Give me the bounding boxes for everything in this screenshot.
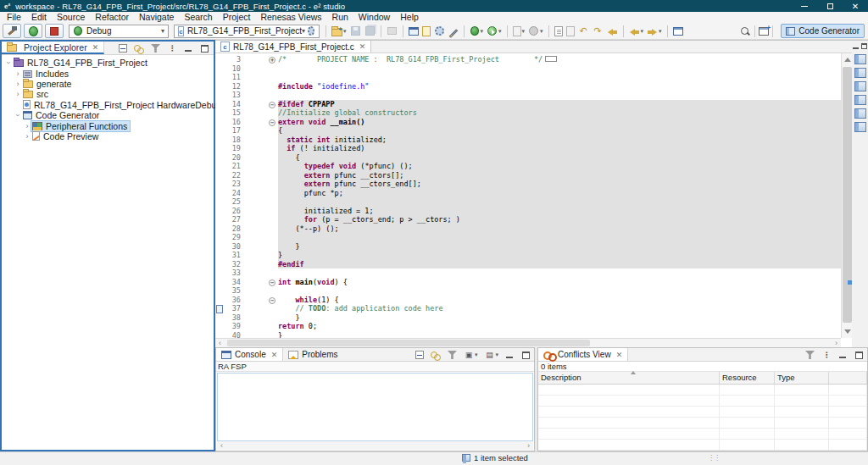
print-button[interactable] [387,25,398,36]
scroll-right-arrow[interactable]: › [527,443,530,449]
close-icon[interactable]: ✕ [359,42,366,51]
table-row[interactable] [538,385,867,396]
code-line[interactable]: 34−int main(void) { [215,278,841,287]
code-line[interactable]: 36− while(1) { [215,296,841,305]
forward-dropdown[interactable]: ▾ [647,25,662,36]
menu-edit[interactable]: Edit [26,12,52,23]
settings-button[interactable] [434,25,445,36]
code-line[interactable]: 37 // TODO: add application code here [215,304,841,313]
menu-project[interactable]: Project [218,12,256,23]
tree-item-code-generator[interactable]: ›Code Generator [2,110,214,120]
back-dropdown[interactable]: ▾ [629,25,644,36]
code-line[interactable]: 21 typedef void (*pfunc) (); [215,162,841,171]
scroll-left-arrow[interactable]: ‹ [219,340,221,346]
expand-arrow-icon[interactable]: › [14,69,22,78]
new-file-button[interactable] [554,26,563,36]
minimized-view-5-icon[interactable] [854,108,866,119]
tree-item-generate[interactable]: ›generate [2,79,214,89]
code-line[interactable]: 16−extern void __main() [215,118,841,127]
save-all-button[interactable] [364,25,376,36]
build-log-button[interactable] [422,26,431,36]
collapse-all-button[interactable] [115,43,127,53]
code-line[interactable]: 14−#ifdef CPPAPP [215,100,841,109]
code-line[interactable]: 20 { [215,153,841,163]
table-row[interactable] [538,407,867,418]
open-perspective-icon[interactable] [759,27,769,36]
table-row[interactable] [538,440,867,451]
expand-arrow-icon[interactable]: › [14,111,22,119]
maximize-button[interactable] [519,351,530,359]
filter-button[interactable] [802,350,815,359]
editor-vertical-scrollbar[interactable] [841,53,852,338]
code-line[interactable]: 22 extern pfunc __ctors[]; [215,171,841,180]
external-tools-dropdown[interactable]: ▾ [528,25,543,36]
view-menu-button[interactable]: ⋮ [818,350,832,360]
expand-arrow-icon[interactable]: › [4,58,13,67]
pin-console-button[interactable] [444,350,457,359]
console-horizontal-scrollbar[interactable]: ‹ › [217,441,533,450]
table-row[interactable] [538,429,867,440]
project-combo[interactable]: c RL78_G14_FPB_First_Project ▾ [174,25,320,38]
debug-button[interactable] [24,24,42,38]
scroll-down-arrow[interactable] [844,329,851,334]
expand-arrow-icon[interactable]: › [23,132,31,141]
code-line[interactable]: 29 [215,233,841,242]
maximize-window-button[interactable] [817,0,843,12]
code-editor[interactable]: 3+/* PROJECT NAME : RL78_G14_FPB_First_P… [215,53,841,338]
minimized-view-4-icon[interactable] [854,95,866,105]
menu-refactor[interactable]: Refactor [90,12,134,23]
tab-conflicts-view[interactable]: Conflicts View ✕ [538,348,628,361]
gear-icon[interactable] [308,26,314,36]
code-line[interactable]: 35 [215,286,841,296]
fold-toggle-icon[interactable]: − [266,278,278,287]
column-header-empty[interactable] [829,372,867,384]
code-line[interactable]: 23 extern pfunc __ctors_end[]; [215,180,841,189]
tree-item-rl78-g14-fpb-first-project-hardwaredebug-launch[interactable]: RL78_G14_FPB_First_Project HardwareDebug… [2,100,214,110]
console-output[interactable] [217,373,533,441]
menu-file[interactable]: File [2,12,26,23]
editor-horizontal-scrollbar[interactable]: ‹ › [215,338,841,347]
tree-item-peripheral-functions[interactable]: ›Peripheral Functions [2,120,214,130]
new-wizard-dropdown[interactable]: ▾ [331,26,347,36]
tab-console[interactable]: Console ✕ [216,348,283,361]
scroll-right-arrow[interactable]: › [835,340,837,346]
tree-item-src[interactable]: ›src [2,89,214,99]
code-line[interactable]: 17{ [215,126,841,136]
close-window-button[interactable]: ✕ [843,0,868,12]
minimize-button[interactable] [835,350,849,360]
show-console-on-output-button[interactable] [412,350,424,359]
code-line[interactable]: 11 [215,73,841,82]
tree-item-rl78-g14-fpb-first-project[interactable]: ›RL78_G14_FPB_First_Project [2,58,214,68]
debug-combo[interactable]: Debug ▾ [69,25,169,38]
run-dropdown[interactable]: ▾ [487,25,502,36]
close-icon[interactable]: ✕ [92,43,99,52]
code-line[interactable]: 25 [215,197,841,207]
maximize-editor-button[interactable] [861,43,867,49]
maximize-button[interactable] [198,44,209,53]
undo-button[interactable]: ↶ [578,25,589,36]
search-icon[interactable] [740,26,751,37]
menu-source[interactable]: Source [52,12,90,23]
tab-source-file[interactable]: c RL78_G14_FPB_First_Project.c ✕ [215,41,371,53]
expand-arrow-icon[interactable]: › [14,90,22,98]
terminate-button[interactable] [45,24,64,38]
minimized-view-3-icon[interactable] [854,81,866,91]
minimize-button[interactable] [181,43,194,53]
scroll-up-arrow[interactable] [844,58,851,62]
close-icon[interactable]: ✕ [616,351,623,359]
minimized-view-1-icon[interactable] [854,54,866,64]
column-header-type[interactable]: Type [775,372,829,384]
show-console-on-error-button[interactable] [427,350,441,360]
expand-arrow-icon[interactable]: › [23,122,31,130]
build-button[interactable] [3,24,21,38]
minimized-view-6-icon[interactable] [854,122,866,132]
table-row[interactable] [538,396,867,407]
menu-help[interactable]: Help [395,12,424,23]
code-line[interactable]: 33 [215,268,841,278]
code-line[interactable]: 13 [215,91,841,100]
tree-item-code-preview[interactable]: ›Code Preview [2,131,214,141]
menu-renesas-views[interactable]: Renesas Views [255,12,326,23]
open-console-dropdown[interactable]: ▤▾ [481,350,498,360]
column-header-description[interactable]: Description [538,372,720,384]
open-console-button[interactable] [409,26,419,36]
